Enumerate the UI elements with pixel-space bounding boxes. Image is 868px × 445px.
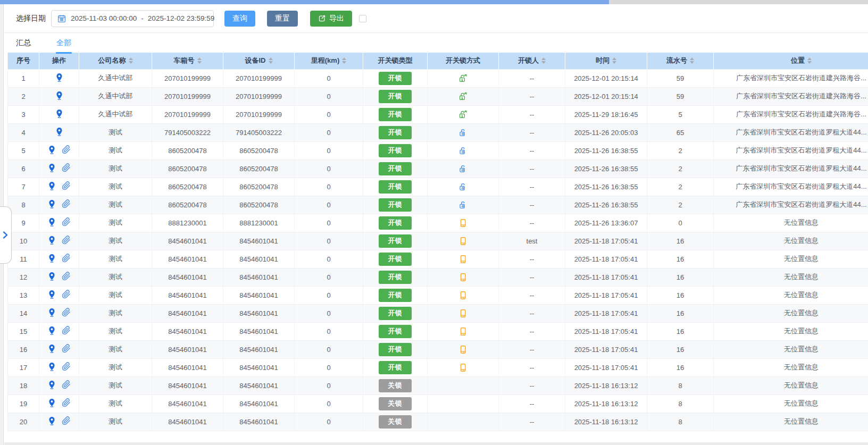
horizontal-scrollbar[interactable] xyxy=(4,442,868,445)
paperclip-icon[interactable] xyxy=(62,308,71,317)
location-pin-icon[interactable] xyxy=(47,290,56,299)
query-button[interactable]: 查询 xyxy=(224,11,255,27)
tab-0[interactable]: 汇总 xyxy=(15,33,32,53)
sort-icon[interactable] xyxy=(129,57,133,64)
date-range-separator: - xyxy=(141,14,144,22)
cell-operations xyxy=(39,69,79,87)
table-row: 8 测试860520047886052004780开锁 --2025-11-26… xyxy=(8,196,868,214)
top-accent-bar xyxy=(0,0,609,4)
paperclip-icon[interactable] xyxy=(62,380,71,389)
cell-operations xyxy=(39,87,79,105)
cell-box-no: 8454601041 xyxy=(152,304,223,322)
column-header-index: 序号 xyxy=(8,53,39,69)
cell-lock-method xyxy=(428,196,499,214)
export-button-label: 导出 xyxy=(329,14,344,23)
sort-icon[interactable] xyxy=(612,57,616,64)
cell-index: 11 xyxy=(8,250,39,268)
cell-company: 久通中试部 xyxy=(79,87,152,105)
column-header-device_id[interactable]: 设备ID xyxy=(223,53,295,69)
location-pin-icon[interactable] xyxy=(47,181,56,190)
paperclip-icon[interactable] xyxy=(62,236,71,245)
date-end-value[interactable]: 2025-12-02 23:59:59 xyxy=(148,14,214,22)
table-row: 18 测试845460104184546010410关锁--2025-11-18… xyxy=(8,376,868,394)
sort-icon[interactable] xyxy=(541,57,546,64)
paperclip-icon[interactable] xyxy=(62,272,71,281)
cell-lock-type: 开锁 xyxy=(363,358,428,376)
cell-lock-type: 关锁 xyxy=(363,413,428,431)
location-pin-icon[interactable] xyxy=(55,91,64,100)
reset-button[interactable]: 重置 xyxy=(267,11,298,27)
location-pin-icon[interactable] xyxy=(47,380,56,389)
location-pin-icon[interactable] xyxy=(47,163,56,172)
paperclip-icon[interactable] xyxy=(62,163,71,172)
sort-icon[interactable] xyxy=(690,57,694,64)
column-header-box_no[interactable]: 车箱号 xyxy=(152,53,223,69)
cell-company: 测试 xyxy=(79,322,152,340)
cell-lock-method xyxy=(428,232,499,250)
sort-icon[interactable] xyxy=(807,57,812,64)
paperclip-icon[interactable] xyxy=(62,145,71,154)
cell-time: 2025-11-26 20:05:03 xyxy=(565,123,647,141)
column-label-company: 公司名称 xyxy=(98,56,126,65)
sort-icon[interactable] xyxy=(269,57,273,64)
cell-serial: 16 xyxy=(647,232,714,250)
sidebar-expand-handle[interactable] xyxy=(0,206,12,264)
cell-location: 无位置信息 xyxy=(714,268,868,286)
column-header-mileage[interactable]: 里程(km) xyxy=(295,53,363,69)
location-pin-icon[interactable] xyxy=(47,326,56,335)
sort-icon[interactable] xyxy=(342,57,346,64)
cell-unlocker: -- xyxy=(499,286,565,304)
cell-box-no: 207010199999 xyxy=(152,105,223,123)
location-pin-icon[interactable] xyxy=(47,199,56,208)
location-pin-icon[interactable] xyxy=(55,109,64,118)
cell-lock-method xyxy=(428,69,499,87)
location-pin-icon[interactable] xyxy=(55,127,64,136)
location-pin-icon[interactable] xyxy=(47,272,56,281)
cell-index: 4 xyxy=(8,123,39,141)
location-pin-icon[interactable] xyxy=(47,344,56,353)
export-select-checkbox[interactable] xyxy=(359,15,366,22)
location-pin-icon[interactable] xyxy=(47,145,56,154)
sort-icon[interactable] xyxy=(197,57,202,64)
paperclip-icon[interactable] xyxy=(62,290,71,299)
cell-device-id: 8605200478 xyxy=(223,196,295,214)
column-label-mileage: 里程(km) xyxy=(311,56,339,65)
column-header-company[interactable]: 公司名称 xyxy=(79,53,152,69)
unlock-badge: 开锁 xyxy=(379,144,412,157)
paperclip-icon[interactable] xyxy=(62,344,71,353)
tab-1[interactable]: 全部 xyxy=(55,33,72,53)
export-button[interactable]: 导出 xyxy=(310,11,352,27)
location-pin-icon[interactable] xyxy=(47,398,56,407)
paperclip-icon[interactable] xyxy=(62,254,71,263)
paperclip-icon[interactable] xyxy=(62,199,71,208)
column-header-location[interactable]: 位置 xyxy=(714,53,868,69)
unlock-badge: 开锁 xyxy=(379,108,412,121)
location-pin-icon[interactable] xyxy=(47,308,56,317)
paperclip-icon[interactable] xyxy=(62,398,71,407)
paperclip-icon[interactable] xyxy=(62,326,71,335)
location-pin-icon[interactable] xyxy=(55,73,64,82)
column-header-time[interactable]: 时间 xyxy=(565,53,647,69)
location-pin-icon[interactable] xyxy=(47,416,56,425)
bluetooth-unlock-icon xyxy=(458,182,468,192)
date-start-value[interactable]: 2025-11-03 00:00:00 xyxy=(71,14,137,22)
paperclip-icon[interactable] xyxy=(62,362,71,371)
paperclip-icon[interactable] xyxy=(62,416,71,425)
bluetooth-unlock-icon xyxy=(458,128,468,138)
column-header-unlocker[interactable]: 开锁人 xyxy=(499,53,565,69)
cell-time: 2025-11-29 18:16:45 xyxy=(565,105,647,123)
paperclip-icon[interactable] xyxy=(62,217,71,226)
cell-box-no: 8454601041 xyxy=(152,394,223,413)
location-pin-icon[interactable] xyxy=(47,217,56,226)
location-pin-icon[interactable] xyxy=(47,254,56,263)
location-pin-icon[interactable] xyxy=(47,362,56,371)
cell-unlocker: -- xyxy=(499,214,565,232)
column-header-serial[interactable]: 流水号 xyxy=(647,53,714,69)
location-pin-icon[interactable] xyxy=(47,236,56,245)
paperclip-icon[interactable] xyxy=(62,181,71,190)
date-range-picker[interactable]: 2025-11-03 00:00:00 - 2025-12-02 23:59:5… xyxy=(51,10,214,27)
cell-serial: 16 xyxy=(647,304,714,322)
unlock-badge: 开锁 xyxy=(379,289,412,302)
cell-index: 10 xyxy=(8,232,39,250)
cell-index: 3 xyxy=(8,105,39,123)
